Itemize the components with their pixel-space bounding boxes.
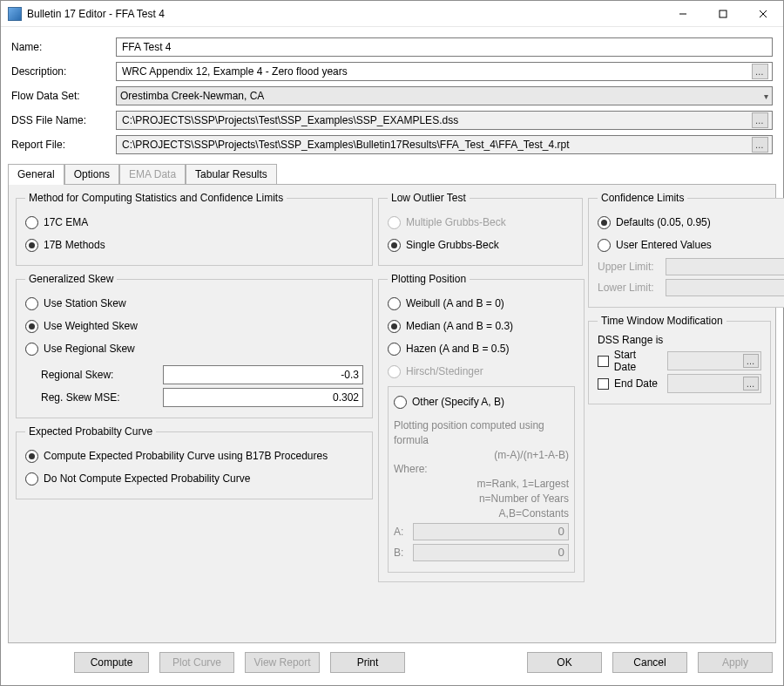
radio-icon [25,343,38,356]
pp-legend: Plotting Position [388,273,470,285]
method-group: Method for Computing Statistics and Conf… [16,192,373,266]
reg-skew-mse-label: Reg. Skew MSE: [41,391,154,404]
radio-icon [25,450,38,463]
report-file-wrap: … [116,135,773,154]
report-file-input[interactable] [120,136,748,153]
radio-no-epc[interactable]: Do Not Compute Expected Probability Curv… [25,467,363,490]
radio-icon [388,297,401,310]
pp-a-label: A: [394,526,408,538]
lower-limit-input [666,279,784,296]
print-button[interactable]: Print [330,652,405,673]
radio-weibull[interactable]: Weibull (A and B = 0) [388,292,575,315]
middle-column: Low Outlier Test Multiple Grubbs-Beck Si… [378,192,583,635]
outlier-legend: Low Outlier Test [388,192,470,204]
chevron-down-icon: ▾ [764,92,768,101]
maximize-button[interactable] [703,1,743,26]
name-input-wrap [116,37,773,57]
epc-group: Expected Probabilty Curve Compute Expect… [16,425,373,499]
pp-other-box: Other (Specify A, B) Plotting position c… [388,386,575,573]
compute-button[interactable]: Compute [74,652,149,673]
radio-compute-epc[interactable]: Compute Expected Probability Curve using… [25,445,363,467]
radio-icon [598,239,611,252]
tw-legend: Time Window Modification [598,315,727,327]
ok-button[interactable]: OK [527,652,602,673]
radio-17b-methods[interactable]: 17B Methods [25,234,363,256]
radio-conf-defaults[interactable]: Defaults (0.05, 0.95) [598,211,784,234]
titlebar: Bulletin 17 Editor - FFA Test 4 [1,1,783,27]
tab-strip: General Options EMA Data Tabular Results [1,163,783,184]
radio-hirsch-stedinger: Hirsch/Stedinger [388,360,575,383]
dss-file-input[interactable] [120,112,748,129]
start-date-checkbox[interactable]: Start Date [598,349,660,373]
skew-legend: Generalized Skew [25,273,117,285]
name-input[interactable] [120,38,768,56]
minimize-button[interactable] [663,1,703,26]
dss-file-label: DSS File Name: [11,114,116,126]
reg-skew-mse-input[interactable] [163,388,363,407]
radio-icon [394,396,407,409]
radio-icon [388,343,401,356]
radio-multiple-grubbs-beck: Multiple Grubbs-Beck [388,211,573,234]
radio-icon [388,365,401,378]
end-date-picker-button[interactable]: … [743,377,759,391]
tab-tabular-results[interactable]: Tabular Results [186,164,277,185]
close-button[interactable] [743,1,783,26]
flowdataset-combo[interactable]: Orestimba Creek-Newman, CA ▾ [116,86,773,105]
start-date-picker-button[interactable]: … [743,354,759,368]
window-title: Bulletin 17 Editor - FFA Test 4 [27,8,663,20]
radio-other-ab[interactable]: Other (Specify A, B) [394,391,569,413]
description-more-button[interactable]: … [752,64,768,79]
tab-panel-general: Method for Computing Statistics and Conf… [8,184,776,643]
description-input[interactable] [120,63,748,80]
radio-station-skew[interactable]: Use Station Skew [25,292,363,315]
plot-curve-button: Plot Curve [159,652,234,673]
skew-group: Generalized Skew Use Station Skew Use We… [16,273,373,418]
radio-icon [25,239,38,252]
checkbox-icon [598,378,609,390]
radio-median[interactable]: Median (A and B = 0.3) [388,315,575,337]
outlier-group: Low Outlier Test Multiple Grubbs-Beck Si… [378,192,583,266]
end-date-checkbox[interactable]: End Date [598,377,660,390]
end-date-field: … [667,374,761,393]
lower-limit-label: Lower Limit: [598,282,660,294]
radio-icon [25,472,38,486]
description-input-wrap: … [116,62,773,81]
radio-weighted-skew[interactable]: Use Weighted Skew [25,315,363,337]
conf-legend: Confidence Limits [598,192,687,204]
radio-regional-skew[interactable]: Use Regional Skew [25,337,363,360]
description-label: Description: [11,65,116,78]
dss-file-browse-button[interactable]: … [752,112,768,128]
radio-icon [388,320,401,333]
radio-hazen[interactable]: Hazen (A and B = 0.5) [388,337,575,360]
radio-icon [388,216,401,229]
radio-17c-ema[interactable]: 17C EMA [25,211,363,234]
pp-b-label: B: [394,547,408,559]
right-column: Confidence Limits Defaults (0.05, 0.95) … [588,192,771,635]
apply-button: Apply [698,652,773,673]
dss-file-wrap: … [116,111,773,130]
tab-ema-data: EMA Data [119,164,186,185]
footer: Compute Plot Curve View Report Print OK … [1,643,783,685]
svg-rect-1 [720,10,727,17]
checkbox-icon [598,356,609,367]
radio-conf-user[interactable]: User Entered Values [598,234,784,256]
regional-skew-input[interactable] [163,365,363,384]
radio-icon [25,297,38,310]
cancel-button[interactable]: Cancel [612,652,687,673]
view-report-button: View Report [245,652,320,673]
tab-options[interactable]: Options [64,164,119,185]
radio-icon [25,320,38,333]
radio-icon [598,216,611,229]
pp-b-input [413,544,569,561]
app-icon [8,7,22,21]
radio-single-grubbs-beck[interactable]: Single Grubbs-Beck [388,234,573,256]
method-legend: Method for Computing Statistics and Conf… [25,192,287,204]
report-file-label: Report File: [11,139,116,151]
tab-general[interactable]: General [8,164,64,185]
confidence-limits-group: Confidence Limits Defaults (0.05, 0.95) … [588,192,784,308]
window: Bulletin 17 Editor - FFA Test 4 Name: De… [0,0,784,686]
plotting-position-group: Plotting Position Weibull (A and B = 0) … [378,273,585,582]
report-file-browse-button[interactable]: … [752,137,768,153]
radio-icon [25,216,38,229]
radio-icon [388,239,401,252]
